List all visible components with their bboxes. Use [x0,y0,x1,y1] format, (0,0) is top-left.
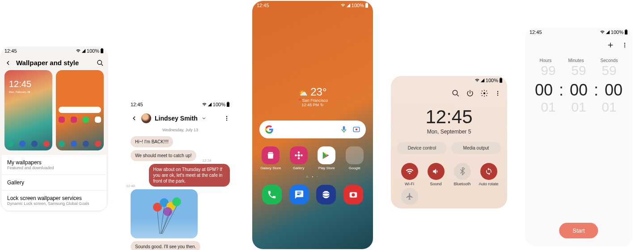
svg-rect-3 [227,103,229,107]
weather-widget[interactable]: ⛅ 23° 📍San Francisco 12:45 PM ↻ [252,86,373,107]
signal-icon [346,3,351,8]
search-icon[interactable] [97,59,104,67]
app-play-store[interactable]: Play Store [315,146,338,170]
svg-point-22 [322,191,330,199]
homescreen-preview[interactable] [56,70,104,150]
status-time: 12:45 [131,102,143,107]
message-in[interactable]: Sounds good. I'll see you then. [131,241,200,250]
page-indicator[interactable]: ⌂ • · [252,175,373,179]
tile-bluetooth[interactable]: Bluetooth [450,163,475,186]
status-time: 12:45 [257,3,269,8]
svg-point-21 [301,154,303,157]
status-bar: 100% [391,76,507,85]
message-image[interactable] [131,189,198,238]
svg-point-32 [497,95,498,96]
app-phone[interactable] [262,185,282,204]
page-title: Wallpaper and style [16,59,92,67]
message-time: 12:40 [126,184,135,188]
tile-wifi[interactable]: Wi-Fi [397,163,422,186]
add-icon[interactable] [606,41,614,49]
battery-icon [365,3,369,8]
google-search-bar[interactable] [259,121,366,138]
message-out[interactable]: How about on Thursday at 6PM? If you are… [149,164,230,187]
svg-rect-0 [101,49,103,54]
signal-icon [208,102,212,107]
list-item-my-wallpapers[interactable]: My wallpapers Featured and downloaded [2,155,106,175]
qs-clock: 12:45 [391,106,507,128]
svg-rect-4 [228,102,229,103]
app-internet[interactable] [316,185,336,204]
svg-point-25 [352,193,355,196]
more-icon[interactable] [224,115,230,121]
more-icon[interactable] [495,89,501,97]
svg-point-2 [97,60,102,64]
app-google-folder[interactable]: Google [343,146,366,170]
timer-picker[interactable]: 00: 00: 00 [525,81,632,100]
device-control-button[interactable]: Device control [397,142,447,154]
chevron-down-icon[interactable] [201,116,207,121]
svg-point-19 [297,157,300,159]
app-gallery[interactable]: Gallery [288,146,310,170]
svg-rect-13 [365,4,368,8]
mic-icon[interactable] [340,125,348,133]
app-messages[interactable] [289,185,309,204]
svg-point-12 [163,207,172,216]
battery-icon [226,102,230,107]
tile-airplane[interactable] [397,188,422,207]
label-hours: Hours [540,58,552,63]
svg-point-18 [297,151,300,154]
wifi-icon [341,3,345,8]
status-time: 12:45 [530,29,542,35]
hours-value[interactable]: 00 [531,81,556,100]
app-galaxy-store[interactable]: Galaxy Store [259,146,282,170]
label-seconds: Seconds [601,58,618,63]
wifi-icon [475,78,479,83]
contact-name[interactable]: Lindsey Smith [155,115,198,122]
svg-rect-33 [625,30,627,35]
more-icon[interactable] [622,41,628,49]
svg-point-6 [226,118,227,119]
status-bar: 12:45 100% [525,28,632,37]
search-icon[interactable] [452,89,460,97]
weather-time: 12:45 PM [301,103,319,107]
dock [258,185,367,206]
svg-point-31 [497,93,498,94]
svg-rect-27 [500,78,502,79]
wifi-icon [202,102,207,107]
battery-icon [100,48,104,54]
lens-icon[interactable] [352,125,360,133]
wifi-icon [600,30,605,34]
tile-sound[interactable]: Sound [424,163,448,186]
avatar[interactable] [141,113,151,123]
list-item-gallery[interactable]: Gallery [2,175,106,190]
message-time: 12:34 [203,158,212,162]
weather-location: San Francisco [302,98,328,103]
app-camera[interactable] [343,185,363,204]
signal-icon [480,78,485,83]
signal-icon [81,49,86,53]
svg-point-20 [295,154,297,157]
list-item-lockscreen-services[interactable]: Lock screen wallpaper services Dynamic L… [2,190,106,210]
status-time: 12:45 [4,48,17,54]
media-output-button[interactable]: Media output [451,142,501,154]
status-bar: 12:45 100% [0,46,108,55]
back-icon[interactable] [4,59,12,67]
svg-rect-34 [626,29,627,30]
svg-point-11 [172,197,181,206]
weather-temp: 23° [310,86,326,98]
gear-icon[interactable] [480,89,488,97]
svg-point-28 [453,90,458,95]
seconds-value[interactable]: 00 [601,81,626,100]
svg-point-16 [356,129,358,131]
tile-auto-rotate[interactable]: Auto rotate [476,163,501,186]
minutes-value[interactable]: 00 [566,81,591,100]
message-in[interactable]: We should meet to catch up! [131,150,196,161]
start-button[interactable]: Start [559,223,598,238]
signal-icon [606,30,610,34]
message-in[interactable]: Hi~! I'm BACK!!!! [131,136,173,147]
lockscreen-preview[interactable]: 12:45 Mon, February 28 [4,70,52,150]
svg-point-7 [226,120,227,121]
svg-point-29 [483,92,486,95]
back-icon[interactable] [131,115,138,122]
power-icon[interactable] [466,89,474,97]
